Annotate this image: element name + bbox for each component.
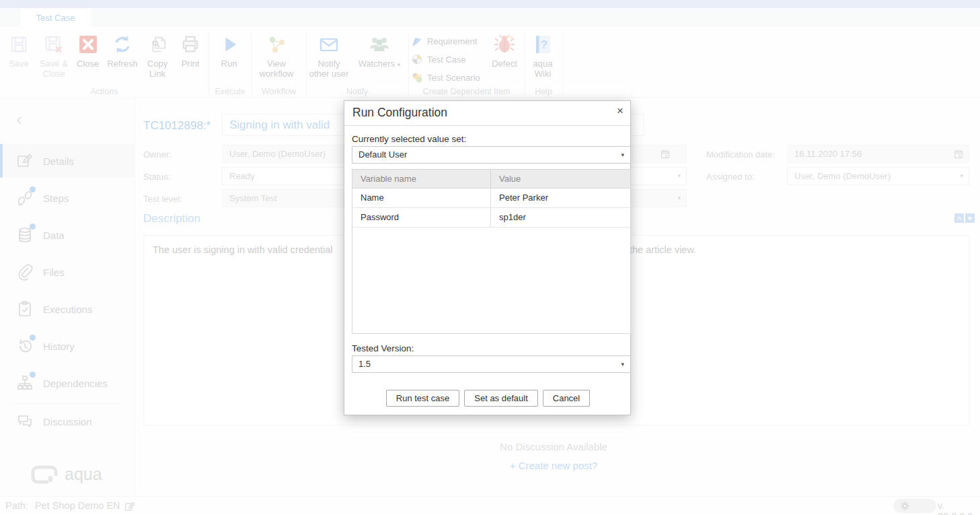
dialog-button-row: Run test case Set as default Cancel: [344, 390, 632, 407]
run-configuration-dialog: Run Configuration × Currently selected v…: [344, 100, 631, 415]
value-set-dropdown[interactable]: Default User▾: [352, 146, 631, 164]
value-set-label: Currently selected value set:: [352, 134, 466, 144]
tested-version-value: 1.5: [359, 359, 371, 369]
dialog-close-icon[interactable]: ×: [617, 104, 624, 118]
dialog-title: Run Configuration: [352, 106, 447, 120]
variable-value-cell[interactable]: sp1der: [491, 208, 630, 227]
tested-version-dropdown[interactable]: 1.5▾: [352, 355, 631, 373]
cancel-button[interactable]: Cancel: [543, 390, 590, 407]
tested-version-label: Tested Version:: [352, 343, 414, 353]
set-as-default-button[interactable]: Set as default: [464, 390, 538, 407]
variable-name-cell: Name: [352, 188, 491, 207]
value-set-value: Default User: [359, 149, 407, 160]
dropdown-caret-icon: ▾: [621, 356, 624, 372]
dialog-header: Run Configuration ×: [344, 101, 630, 126]
run-test-case-button[interactable]: Run test case: [386, 390, 460, 407]
table-row: Name Peter Parker: [352, 188, 630, 208]
table-row: Password sp1der: [352, 208, 630, 228]
variable-name-cell: Password: [352, 208, 491, 227]
column-header-variable-name: Variable name: [352, 170, 491, 188]
column-header-value: Value: [491, 170, 630, 188]
table-header-row: Variable name Value: [352, 170, 630, 188]
variable-value-cell[interactable]: Peter Parker: [491, 188, 630, 207]
dropdown-caret-icon: ▾: [621, 147, 624, 163]
variables-table: Variable name Value Name Peter Parker Pa…: [352, 169, 631, 334]
